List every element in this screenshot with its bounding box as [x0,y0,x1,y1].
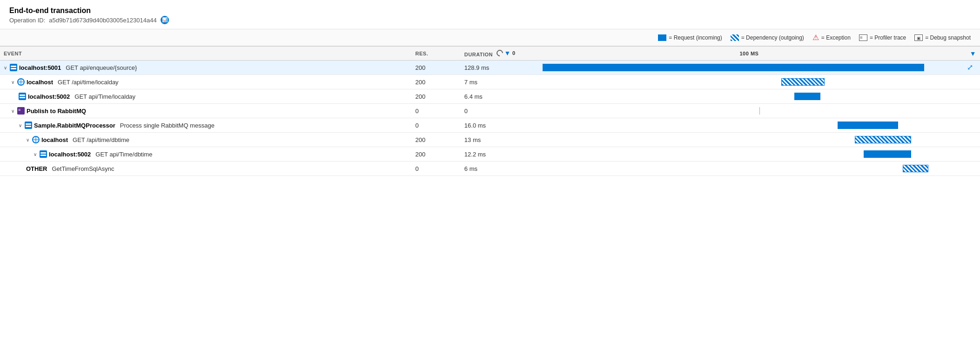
debug-icon: ▣ [914,34,923,41]
page-title: End-to-end transaction [9,7,971,15]
event-cell-row7: ∨localhost:5002GET api/Time/dbtime [0,147,412,162]
event-description: GET api/Time/dbtime [95,151,152,158]
timeline-cell [539,104,980,118]
chevron-icon[interactable]: ∨ [26,137,29,142]
exception-icon: ⚠ [812,33,819,42]
globe-icon [32,136,40,143]
server-icon [40,150,47,158]
event-name[interactable]: Publish to RabbitMQ [27,108,86,115]
duration-cell: 7 ms [461,75,539,89]
filter-icon[interactable]: ▼ [504,49,511,57]
operation-id-value: a5d9b71d673d9d40b03005e123014a44 [49,17,156,24]
solid-bar [838,122,898,129]
event-cell-row1: ∨localhost:5001GET api/enqueue/{source} [0,61,412,75]
chart-icon[interactable]: 📊 [161,16,169,24]
duration-cell: 128.9 ms [461,61,539,75]
table-row: ∨localhost:5001GET api/enqueue/{source}2… [0,61,980,75]
tiny-bar [759,107,760,115]
event-name[interactable]: localhost:5002 [49,151,91,158]
server-icon [25,122,32,129]
timeline-cell: ⤢ [539,61,980,75]
duration-cell: 16.0 ms [461,118,539,133]
event-cell-row6: ∨localhostGET /api/time/dbtime [0,133,412,147]
timeline-cell [539,162,980,176]
event-cell-row2: ∨localhostGET /api/time/localday [0,75,412,89]
expand-icon[interactable]: ⤢ [967,64,974,71]
timeline-cell [539,89,980,104]
legend-dependency: = Dependency (outgoing) [731,34,804,41]
res-cell: 200 [412,61,461,75]
event-description: GET api/Time/localday [74,93,135,100]
res-cell: 0 [412,104,461,118]
event-cell-row8: OTHERGetTimeFromSqlAsync [0,162,412,176]
col-header-duration: DURATION ▼ 0 [461,47,539,61]
queue-icon [17,107,25,115]
server-icon [10,64,17,71]
chevron-icon[interactable]: ∨ [11,108,14,114]
duration-cell: 12.2 ms [461,147,539,162]
duration-cell: 6 ms [461,162,539,176]
event-description: Process single RabbitMQ message [120,122,215,129]
timeline-cell [539,147,980,162]
timeline-start-label: 0 [512,50,516,56]
table-row: ∨Sample.RabbitMQProcessorProcess single … [0,118,980,133]
request-label: = Request (incoming) [669,34,722,41]
event-name[interactable]: localhost:5002 [28,93,70,100]
event-cell-row4: ∨Publish to RabbitMQ [0,104,412,118]
solid-bar [864,150,911,158]
event-name[interactable]: OTHER [26,165,47,172]
profiler-icon [859,34,867,41]
event-description: GET /api/time/dbtime [73,136,129,143]
event-description: GetTimeFromSqlAsync [52,165,114,172]
chevron-icon[interactable]: ∨ [11,80,14,85]
col-header-res: RES. [412,47,461,61]
timeline-end-label: 100 MS [740,51,759,56]
event-name[interactable]: localhost:5001 [19,64,61,71]
event-name[interactable]: Sample.RabbitMQProcessor [34,122,115,129]
event-description: GET api/enqueue/{source} [66,64,137,71]
chevron-icon[interactable]: ∨ [19,123,22,128]
res-cell: 0 [412,162,461,176]
profiler-label: = Profiler trace [870,34,906,41]
legend-bar: = Request (incoming) = Dependency (outgo… [0,29,980,46]
timeline-cell [539,133,980,147]
table-row: ∨localhostGET /api/time/dbtime20013 ms [0,133,980,147]
header-section: End-to-end transaction Operation ID: a5d… [0,0,980,46]
timeline-cell [539,75,980,89]
hatched-bar [781,78,825,86]
table-row: OTHERGetTimeFromSqlAsync06 ms [0,162,980,176]
table-row: ∨localhost:5002GET api/Time/dbtime20012.… [0,147,980,162]
chevron-icon[interactable]: ∨ [34,152,37,157]
refresh-icon[interactable] [495,48,504,58]
dependency-label: = Dependency (outgoing) [741,34,804,41]
chevron-icon[interactable]: ∨ [4,65,7,70]
dependency-icon [731,34,739,41]
col-header-timeline: 100 MS ▼ [539,47,980,61]
event-name[interactable]: localhost [27,79,53,86]
event-cell-row3: localhost:5002GET api/Time/localday [0,89,412,104]
server-icon [19,93,26,100]
legend-request: = Request (incoming) [658,34,722,41]
table-row: localhost:5002GET api/Time/localday2006.… [0,89,980,104]
event-cell-row5: ∨Sample.RabbitMQProcessorProcess single … [0,118,412,133]
legend-exception: ⚠ = Exception [812,33,851,42]
res-cell: 200 [412,75,461,89]
event-description: GET /api/time/localday [58,79,119,86]
globe-icon [17,78,25,86]
operation-label: Operation ID: [9,17,45,24]
event-name[interactable]: localhost [41,136,68,143]
duration-cell: 0 [461,104,539,118]
hatched-bar [855,136,911,143]
res-cell: 0 [412,118,461,133]
transaction-table: EVENT RES. DURATION ▼ 0 100 MS ▼ [0,46,980,176]
exception-label: = Exception [821,34,851,41]
timeline-cell [539,118,980,133]
debug-label: = Debug snapshot [925,34,971,41]
hatched-bar [903,165,929,172]
res-cell: 200 [412,147,461,162]
table-row: ∨Publish to RabbitMQ00 [0,104,980,118]
timeline-filter-icon[interactable]: ▼ [970,50,976,57]
res-cell: 200 [412,89,461,104]
res-cell: 200 [412,133,461,147]
solid-bar [794,93,820,100]
